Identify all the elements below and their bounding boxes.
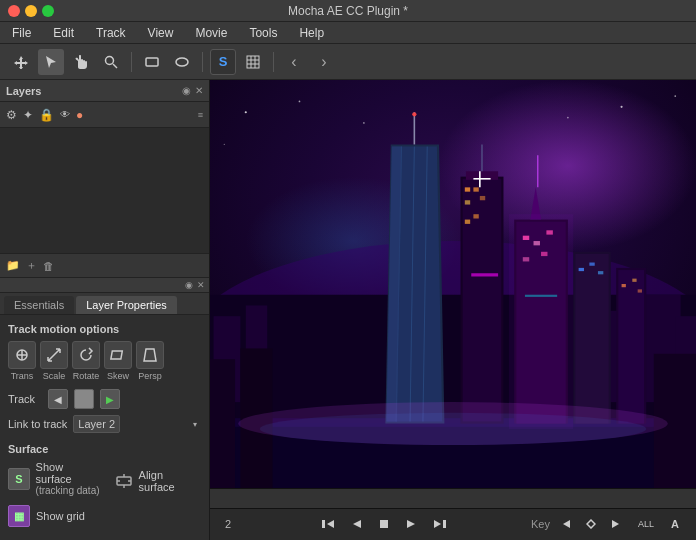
star-icon[interactable]: ✦ xyxy=(23,108,33,122)
trans-icon xyxy=(8,341,36,369)
track-stop-button[interactable] xyxy=(74,389,94,409)
svg-point-80 xyxy=(363,122,365,124)
show-surface-label: Show surface xyxy=(36,461,101,485)
menu-movie[interactable]: Movie xyxy=(191,24,231,42)
tl-a-btn[interactable]: A xyxy=(664,513,686,535)
toolbar-separator-3 xyxy=(273,52,274,72)
link-to-track-label: Link to track xyxy=(8,418,67,430)
rect-tool-button[interactable] xyxy=(139,49,165,75)
trash-icon[interactable]: 🗑 xyxy=(43,260,54,272)
svg-rect-103 xyxy=(443,520,446,528)
svg-rect-58 xyxy=(509,214,573,429)
svg-rect-12 xyxy=(111,351,122,359)
svg-rect-65 xyxy=(618,270,644,424)
svg-point-78 xyxy=(245,111,247,113)
zoom-tool-button[interactable] xyxy=(98,49,124,75)
traffic-lights xyxy=(8,5,54,17)
show-surface-item[interactable]: S Show surface (tracking data) xyxy=(8,461,101,496)
svg-rect-68 xyxy=(638,289,642,292)
play-back-button[interactable] xyxy=(345,513,367,535)
align-surface-label: Align surface xyxy=(139,469,201,493)
svg-rect-98 xyxy=(322,520,325,528)
svg-marker-102 xyxy=(434,520,441,528)
maximize-button[interactable] xyxy=(42,5,54,17)
add-layer-icon[interactable]: ＋ xyxy=(26,258,37,273)
tl-keyframe-btn[interactable] xyxy=(580,513,602,535)
track-back-button[interactable]: ◀ xyxy=(48,389,68,409)
timeline-controls: 2 xyxy=(210,509,696,540)
ellipse-tool-button[interactable] xyxy=(169,49,195,75)
svg-rect-45 xyxy=(465,220,470,224)
svg-point-3 xyxy=(176,58,188,66)
svg-rect-46 xyxy=(473,214,478,218)
motion-rotate[interactable]: Rotate xyxy=(72,341,100,381)
show-grid-item[interactable]: ▦ Show grid xyxy=(8,505,201,527)
motion-trans[interactable]: Trans xyxy=(8,341,36,381)
play-forward-button[interactable] xyxy=(401,513,423,535)
layers-menu-icon[interactable]: ≡ xyxy=(198,110,203,120)
bottom-panel-close[interactable]: ✕ xyxy=(197,280,205,290)
show-surface-sublabel: (tracking data) xyxy=(36,485,101,496)
surface-row-1: S Show surface (tracking data) Align sur… xyxy=(8,461,201,501)
svg-marker-101 xyxy=(407,520,415,528)
timeline-right: Key ALL A xyxy=(531,513,686,535)
svg-marker-104 xyxy=(563,520,570,528)
svg-point-84 xyxy=(224,144,225,145)
stop-button[interactable] xyxy=(373,513,395,535)
menu-help[interactable]: Help xyxy=(295,24,328,42)
pointer-tool-button[interactable] xyxy=(38,49,64,75)
extra-tool-1[interactable]: ‹ xyxy=(281,49,307,75)
svg-rect-44 xyxy=(480,196,485,200)
close-button[interactable] xyxy=(8,5,20,17)
properties-content: Track motion options Trans S xyxy=(0,315,209,540)
svg-point-82 xyxy=(674,95,676,97)
grid-tool-button[interactable] xyxy=(240,49,266,75)
folder-icon[interactable]: 📁 xyxy=(6,259,20,272)
city-image xyxy=(210,80,696,488)
link-to-track-select[interactable]: Layer 1 Layer 2 Layer 3 xyxy=(73,415,120,433)
tab-essentials[interactable]: Essentials xyxy=(4,296,74,314)
tabs: Essentials Layer Properties xyxy=(0,293,209,315)
bottom-panel-header: ◉ ✕ xyxy=(0,278,209,293)
eye-icon[interactable]: 👁 xyxy=(60,109,70,120)
bottom-panel-pin[interactable]: ◉ xyxy=(185,280,193,290)
menu-track[interactable]: Track xyxy=(92,24,130,42)
motion-skew[interactable]: Skew xyxy=(104,341,132,381)
layers-panel-close[interactable]: ✕ xyxy=(195,85,203,96)
layers-title: Layers xyxy=(6,85,41,97)
next-keyframe-button[interactable] xyxy=(429,513,451,535)
link-to-track-select-wrapper: Layer 1 Layer 2 Layer 3 ▾ xyxy=(73,415,201,433)
color-icon[interactable]: ● xyxy=(76,108,83,122)
minimize-button[interactable] xyxy=(25,5,37,17)
menu-file[interactable]: File xyxy=(8,24,35,42)
svg-rect-2 xyxy=(146,58,158,66)
main-layout: Layers ◉ ✕ ⚙ ✦ 🔒 👁 ● ≡ 📁 ＋ 🗑 xyxy=(0,80,696,540)
align-surface-btn[interactable]: Align surface xyxy=(113,469,201,493)
gear-icon[interactable]: ⚙ xyxy=(6,108,17,122)
tl-prev-key-btn[interactable] xyxy=(554,513,576,535)
move-tool-button[interactable] xyxy=(8,49,34,75)
trans-label: Trans xyxy=(11,371,34,381)
lock-icon[interactable]: 🔒 xyxy=(39,108,54,122)
tl-all-btn[interactable]: ALL xyxy=(632,513,660,535)
menu-tools[interactable]: Tools xyxy=(245,24,281,42)
spline-tool-button[interactable]: S xyxy=(210,49,236,75)
menu-view[interactable]: View xyxy=(144,24,178,42)
layers-panel-pin[interactable]: ◉ xyxy=(182,85,191,96)
menu-edit[interactable]: Edit xyxy=(49,24,78,42)
svg-marker-106 xyxy=(612,520,619,528)
prev-keyframe-button[interactable] xyxy=(317,513,339,535)
motion-scale[interactable]: Scale xyxy=(40,341,68,381)
svg-marker-13 xyxy=(144,349,156,361)
motion-persp[interactable]: Persp xyxy=(136,341,164,381)
tab-layer-properties[interactable]: Layer Properties xyxy=(76,296,177,314)
track-motion-title: Track motion options xyxy=(8,323,201,335)
svg-point-0 xyxy=(106,56,114,64)
hand-tool-button[interactable] xyxy=(68,49,94,75)
svg-marker-105 xyxy=(587,520,595,528)
track-forward-button[interactable]: ▶ xyxy=(100,389,120,409)
extra-tool-2[interactable]: › xyxy=(311,49,337,75)
rotate-icon xyxy=(72,341,100,369)
tl-next-key-btn[interactable] xyxy=(606,513,628,535)
video-frame xyxy=(210,80,696,488)
